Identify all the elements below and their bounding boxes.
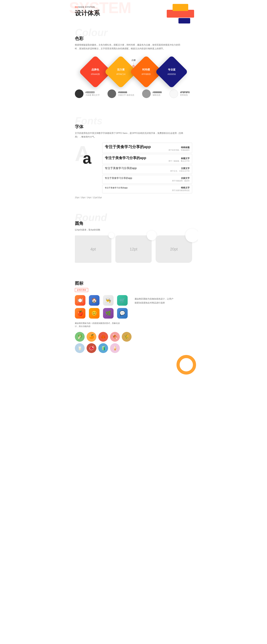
gray-name-2: 辅助信息 xyxy=(153,94,162,96)
gray-circle-2 xyxy=(142,90,151,98)
font-text-4: 专注于美食学习分享的app xyxy=(105,186,170,189)
icon-item-6: 🌿 xyxy=(103,308,114,318)
round-circle-2 xyxy=(185,228,198,242)
colour-desc: 根据情绪版提取的颜色，主色为橙红色，搭配活力黄，和时尚橙，藏蓝色为点缀，使得页面… xyxy=(75,43,184,50)
round-card-0: 4pt xyxy=(75,236,111,263)
gray-circle-3 xyxy=(169,90,178,98)
round-card-2: 20pt xyxy=(156,236,192,263)
gray-item-3: #F8F8F8 背景底色 xyxy=(169,90,190,98)
font-label-4: 特殊文字 xyxy=(172,186,190,189)
gray-hex-0: #333333 xyxy=(85,91,100,94)
icon-item-0: 🍽️ xyxy=(75,295,85,306)
icon-right-desc: 藏金刚区图标为实物加底色设计，让用户能更加直观地去对商品进行选择 xyxy=(135,297,174,305)
font-text-3: 专注于美食学习分享的app xyxy=(105,176,170,180)
icon-section: 图标 金刚区图标 🍽️🏠👨‍🍳🛒🍎😊🌿💬 藏金刚区图标为统一的面面加颜变的形式，… xyxy=(69,272,198,376)
color-section: Colour 色彩 根据情绪版提取的颜色，主色为橙红色，搭配活力黄，和时尚橙，藏… xyxy=(69,24,198,108)
food-icons-grid: 🥬🍊🦀🍖🌾🥛🥩🧃🍦 xyxy=(75,332,192,353)
font-sub-4: 用于次级功能说明信息 xyxy=(172,189,190,192)
icon-right: 藏金刚区图标为实物加底色设计，让用户能更加直观地去对商品进行选择 xyxy=(135,295,192,328)
bottom-decoration xyxy=(75,355,192,371)
font-demo-1: 专注于美食学习分享的app 标题文字 用于一级标题、重点文字等 xyxy=(102,154,192,164)
font-demos-list: 专注于美食学习分享的app 特殊标题 用于首页导航、页面标题等 专注于美食学习分… xyxy=(102,143,192,194)
gray-name-0: 大标题 重点文字 xyxy=(85,94,100,96)
food-icon-1: 🍊 xyxy=(87,332,96,342)
shape-red xyxy=(167,10,194,18)
gray-hex-3: #F8F8F8 xyxy=(180,91,190,94)
gray-colors-row: #333333 大标题 重点文字 #666666 次级文字 描述信息 #9999… xyxy=(75,90,192,98)
big-letters: A a xyxy=(75,143,98,194)
gray-circle-1 xyxy=(107,90,116,98)
icon-left: 🍽️🏠👨‍🍳🛒🍎😊🌿💬 藏金刚区图标为统一的面面加颜变的形式，形象化设计，突出功… xyxy=(75,295,129,328)
icon-grid: 🍽️🏠👨‍🍳🛒🍎😊🌿💬 xyxy=(75,295,129,318)
food-icon-8: 🍦 xyxy=(110,343,120,353)
font-text-2: 专注于美食学习分享的app xyxy=(105,166,168,170)
font-demo-0: 专注于美食学习分享的app 特殊标题 用于首页导航、页面标题等 xyxy=(102,143,192,153)
food-icon-7: 🧃 xyxy=(98,343,108,353)
gray-hex-2: #999999 xyxy=(153,91,162,94)
round-cards-row: 4pt 12pt 20pt xyxy=(75,236,192,263)
big-a: a xyxy=(83,150,91,166)
font-demo-3: 专注于美食学习分享的app 次级文字 用于功能说明、描述等 xyxy=(102,175,192,184)
food-icon-2: 🦀 xyxy=(98,332,108,342)
food-icon-4: 🌾 xyxy=(122,332,132,342)
gray-item-0: #333333 大标题 重点文字 xyxy=(75,90,100,98)
fonts-desc: 文字的使用包含中英文和数字字体都采用了OPPO Sans，是OPPO自研的无衬线… xyxy=(75,131,184,138)
icon-item-5: 😊 xyxy=(89,308,99,318)
gray-circle-0 xyxy=(75,90,83,98)
dian-zhui-label: 点缀 xyxy=(131,58,136,67)
round-label-1: 12pt xyxy=(130,247,137,252)
font-demo-area: A a 专注于美食学习分享的app 特殊标题 用于首页导航、页面标题等 专注于美… xyxy=(75,143,192,194)
font-label-3: 次级文字 xyxy=(172,177,190,180)
round-desc: 以4pt为基准，取4pt的倍数 xyxy=(75,228,184,232)
font-demo-4: 专注于美食学习分享的app 特殊文字 用于次级功能说明信息 xyxy=(102,185,192,193)
font-sub-1: 用于一级标题、重点文字等 xyxy=(169,160,190,162)
font-sub-2: 用于正文、大部分文字等 xyxy=(170,170,190,172)
round-label-2: 20pt xyxy=(170,247,178,252)
round-label-0: 4pt xyxy=(90,247,96,252)
header-shapes xyxy=(159,4,194,24)
icon-item-2: 👨‍🍳 xyxy=(103,295,114,306)
icon-left-desc: 藏金刚区图标为统一的面面加颜变的形式，形象化设计，突出功能内容 xyxy=(75,322,122,328)
gray-item-2: #999999 辅助信息 xyxy=(142,90,162,98)
dian-zhui-dot xyxy=(133,65,134,67)
food-icons-area: 🥬🍊🦀🍖🌾🥛🥩🧃🍦 xyxy=(75,332,192,353)
header-label-gray: SIGN SYSTEN xyxy=(78,6,95,8)
gray-hex-1: #666666 xyxy=(118,91,134,94)
icon-main-area: 🍽️🏠👨‍🍳🛒🍎😊🌿💬 藏金刚区图标为统一的面面加颜变的形式，形象化设计，突出功… xyxy=(75,295,192,328)
food-icon-5: 🥛 xyxy=(75,343,85,353)
round-circle-0 xyxy=(108,232,114,238)
gray-name-3: 背景底色 xyxy=(180,94,190,96)
gray-item-1: #666666 次级文字 描述信息 xyxy=(107,90,134,98)
shape-blue xyxy=(178,18,190,24)
font-sub-0: 用于首页导航、页面标题等 xyxy=(169,149,190,152)
round-card-1: 12pt xyxy=(115,236,152,263)
round-circle-1 xyxy=(147,230,157,240)
food-icon-0: 🥬 xyxy=(75,332,85,342)
font-text-1: 专注于美食学习分享的app xyxy=(105,156,166,160)
font-demo-2: 专注于美食学习分享的app 主要文字 用于正文、大部分文字等 xyxy=(102,165,192,174)
icon-item-4: 🍎 xyxy=(75,308,85,318)
icon-tag: 金刚区图标 xyxy=(75,288,88,292)
diamond-card-3: 专业蓝 #000056 xyxy=(155,56,188,89)
font-sizes-note: 20pt / 18pt / 14pt / 12pt/10pt xyxy=(75,196,192,198)
gray-name-1: 次级文字 描述信息 xyxy=(118,94,134,96)
font-section: Fonts 字体 文字的使用包含中英文和数字字体都采用了OPPO Sans，是O… xyxy=(69,108,198,204)
header-label-red: DE xyxy=(75,6,78,8)
icon-item-7: 💬 xyxy=(117,308,128,318)
font-label-2: 主要文字 xyxy=(170,167,190,170)
food-icon-6: 🥩 xyxy=(87,343,96,353)
round-section: Round 圆角 以4pt为基准，取4pt的倍数 4pt 12pt 20pt xyxy=(69,204,198,273)
food-icon-3: 🍖 xyxy=(110,332,120,342)
font-sub-3: 用于功能说明、描述等 xyxy=(172,180,190,182)
dian-zhui-line xyxy=(133,62,134,65)
icon-item-3: 🛒 xyxy=(117,295,128,306)
icon-item-1: 🏠 xyxy=(89,295,99,306)
header: SYSTEM DESIGN SYSTEN 设计体系 xyxy=(69,0,198,24)
icon-title: 图标 xyxy=(75,280,192,286)
diamond-area: 点缀 品牌色 #FA442B 活力黄 #FFAC14 时尚橙 #FF6B0D 专… xyxy=(75,60,192,84)
font-label-1: 标题文字 xyxy=(169,157,190,160)
orange-ring-bottom xyxy=(177,355,196,374)
shape-yellow xyxy=(173,4,188,11)
font-text-0: 专注于美食学习分享的app xyxy=(105,144,166,150)
font-label-0: 特殊标题 xyxy=(169,146,190,149)
